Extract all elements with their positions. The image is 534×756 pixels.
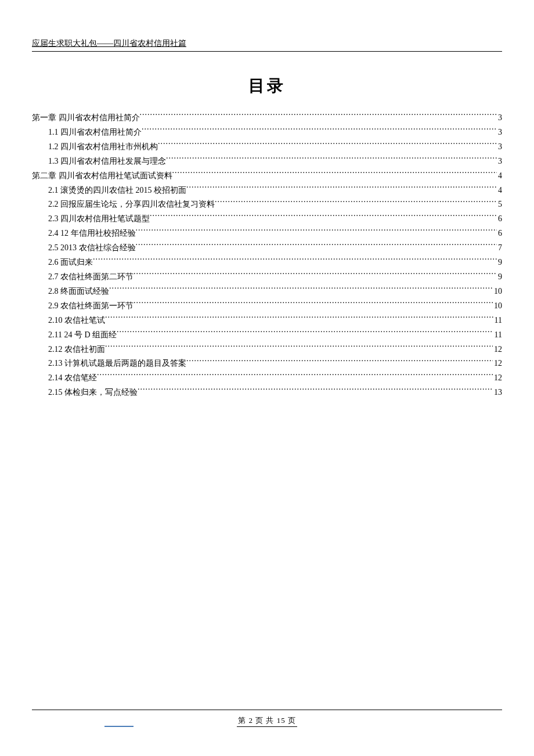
toc-leader-dots (97, 372, 493, 380)
toc-entry-label: 2.13 计算机试题最后两题的题目及答案 (48, 357, 186, 371)
toc-entry-page: 6 (497, 212, 502, 226)
toc-entry[interactable]: 2.9 农信社终面第一环节10 (32, 299, 502, 314)
toc-leader-dots (105, 315, 493, 323)
toc-entry-page: 11 (493, 314, 502, 328)
toc-leader-dots (138, 387, 493, 395)
page-footer: 第 2 页 共 15 页 (0, 710, 534, 727)
toc-entry[interactable]: 第一章 四川省农村信用社简介3 (32, 111, 502, 125)
toc-entry-page: 12 (493, 343, 502, 357)
toc-entry[interactable]: 2.10 农信社笔试11 (32, 314, 502, 328)
toc-entry-label: 2.6 面试归来 (48, 255, 93, 270)
toc-entry[interactable]: 2.13 计算机试题最后两题的题目及答案12 (32, 357, 502, 371)
toc-entry-page: 12 (493, 371, 502, 386)
toc-entry-page: 3 (497, 140, 502, 154)
toc-leader-dots (150, 213, 497, 221)
toc-entry[interactable]: 2.4 12 年信用社校招经验6 (32, 226, 502, 241)
toc-leader-dots (172, 170, 497, 178)
toc-leader-dots (105, 344, 493, 352)
toc-entry[interactable]: 2.6 面试归来9 (32, 255, 502, 270)
toc-entry[interactable]: 1.1 四川省农村信用社简介3 (32, 125, 502, 140)
toc-entry-page: 4 (497, 169, 502, 183)
toc-entry-page: 10 (493, 299, 502, 314)
toc-entry-page: 7 (497, 241, 502, 255)
toc-entry-page: 3 (497, 154, 502, 169)
toc-entry-label: 2.14 农信笔经 (48, 371, 97, 386)
header-text: 应届生求职大礼包——四川省农村信用社篇 (32, 39, 186, 48)
toc-entry[interactable]: 2.1 滚烫烫的四川农信社 2015 校招初面4 (32, 183, 502, 198)
toc-entry-label: 2.2 回报应届生论坛，分享四川农信社复习资料 (48, 197, 215, 212)
toc-entry[interactable]: 2.14 农信笔经12 (32, 371, 502, 386)
toc-leader-dots (186, 185, 497, 193)
toc-entry-label: 2.8 终面面试经验 (48, 285, 109, 299)
toc-entry-page: 12 (493, 357, 502, 371)
toc-entry-label: 2.11 24 号 D 组面经 (48, 328, 117, 343)
toc-entry[interactable]: 1.2 四川省农村信用社市州机构3 (32, 140, 502, 154)
toc-entry[interactable]: 2.15 体检归来，写点经验13 (32, 386, 502, 400)
toc-entry-page: 3 (497, 111, 502, 125)
toc-leader-dots (109, 286, 493, 294)
toc-leader-dots (166, 156, 497, 164)
table-of-contents: 第一章 四川省农村信用社简介31.1 四川省农村信用社简介31.2 四川省农村信… (32, 111, 502, 400)
toc-title: 目录 (32, 75, 502, 97)
toc-entry-label: 2.7 农信社终面第二环节 (48, 270, 134, 285)
toc-entry-label: 1.3 四川省农村信用社发展与理念 (48, 154, 166, 169)
toc-entry[interactable]: 2.5 2013 农信社综合经验7 (32, 241, 502, 255)
toc-leader-dots (134, 271, 497, 279)
toc-entry-page: 6 (497, 226, 502, 241)
toc-entry-label: 2.15 体检归来，写点经验 (48, 386, 138, 400)
toc-entry-label: 2.9 农信社终面第一环节 (48, 299, 134, 314)
toc-entry-label: 2.12 农信社初面 (48, 343, 105, 357)
toc-leader-dots (158, 141, 497, 149)
footer-divider (32, 710, 502, 710)
toc-entry-label: 2.1 滚烫烫的四川农信社 2015 校招初面 (48, 183, 186, 198)
toc-leader-dots (93, 257, 497, 265)
toc-leader-dots (140, 112, 497, 120)
page-header: 应届生求职大礼包——四川省农村信用社篇 (32, 38, 502, 52)
toc-entry-label: 2.10 农信社笔试 (48, 314, 105, 328)
toc-entry-label: 1.2 四川省农村信用社市州机构 (48, 140, 158, 154)
toc-leader-dots (186, 358, 493, 366)
toc-entry-label: 2.3 四川农村信用社笔试题型 (48, 212, 150, 226)
toc-entry[interactable]: 1.3 四川省农村信用社发展与理念3 (32, 154, 502, 169)
toc-entry-label: 第一章 四川省农村信用社简介 (32, 111, 140, 125)
toc-entry[interactable]: 2.11 24 号 D 组面经11 (32, 328, 502, 343)
toc-entry-page: 11 (493, 328, 502, 343)
toc-leader-dots (215, 199, 497, 207)
toc-entry[interactable]: 2.2 回报应届生论坛，分享四川农信社复习资料5 (32, 197, 502, 212)
toc-entry-label: 2.4 12 年信用社校招经验 (48, 226, 136, 241)
toc-leader-dots (136, 242, 497, 250)
toc-entry[interactable]: 第二章 四川省农村信用社笔试面试资料4 (32, 169, 502, 183)
toc-entry-page: 4 (497, 183, 502, 198)
toc-leader-dots (117, 329, 493, 337)
toc-entry[interactable]: 2.12 农信社初面12 (32, 343, 502, 357)
toc-entry-label: 2.5 2013 农信社综合经验 (48, 241, 136, 255)
toc-entry-page: 9 (497, 255, 502, 270)
toc-entry[interactable]: 2.7 农信社终面第二环节9 (32, 270, 502, 285)
toc-entry-page: 5 (497, 197, 502, 212)
toc-leader-dots (142, 127, 497, 135)
toc-entry-label: 第二章 四川省农村信用社笔试面试资料 (32, 169, 172, 183)
toc-entry-page: 13 (493, 386, 502, 400)
toc-leader-dots (136, 228, 497, 236)
toc-entry[interactable]: 2.3 四川农村信用社笔试题型6 (32, 212, 502, 226)
toc-entry-page: 3 (497, 125, 502, 140)
toc-entry-label: 1.1 四川省农村信用社简介 (48, 125, 142, 140)
toc-leader-dots (134, 300, 493, 308)
toc-entry[interactable]: 2.8 终面面试经验10 (32, 285, 502, 299)
footer-accent (104, 726, 134, 727)
toc-entry-page: 9 (497, 270, 502, 285)
toc-entry-page: 10 (493, 285, 502, 299)
page-number: 第 2 页 共 15 页 (237, 715, 297, 727)
